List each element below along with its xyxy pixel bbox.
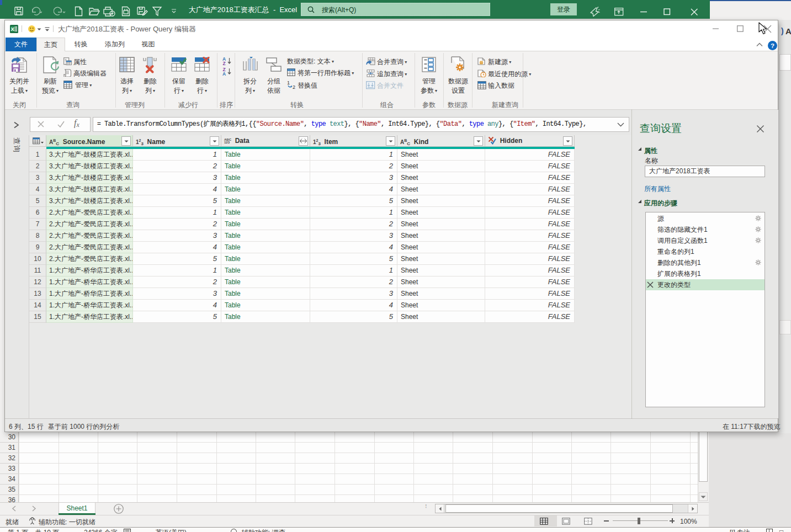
svg-text:2: 2 xyxy=(293,84,295,89)
svg-text:?: ? xyxy=(771,42,774,49)
svg-text:Z: Z xyxy=(223,61,226,66)
svg-text:X: X xyxy=(10,26,14,32)
svg-text:1: 1 xyxy=(287,80,290,86)
svg-text:A: A xyxy=(222,71,226,76)
